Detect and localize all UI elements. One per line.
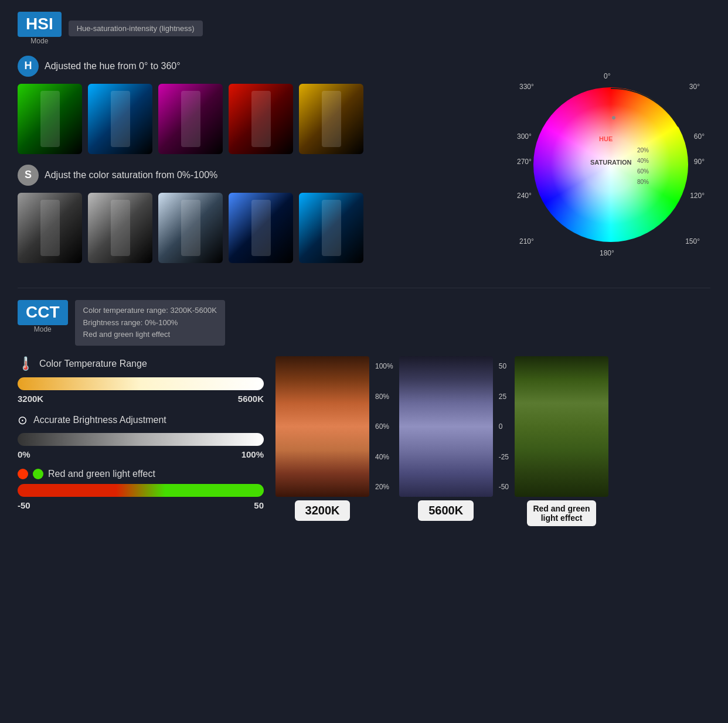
photo-col-cool: 5600K — [399, 356, 493, 521]
brightness-max: 100% — [241, 449, 264, 459]
deg-60: 60° — [694, 132, 705, 141]
swatch-cyan — [88, 84, 152, 154]
cct-left: 🌡️ Color Temperature Range 3200K 5600K ⊙… — [18, 356, 264, 526]
hsi-top: H Adjusted the hue from 0° to 360° — [18, 56, 710, 274]
swatch-magenta — [158, 84, 223, 154]
photo-col-warm: 3200K — [275, 356, 369, 521]
red-dot-icon — [18, 469, 28, 479]
swatch-green — [18, 84, 82, 154]
deg-210: 210° — [519, 237, 534, 245]
green-dot-icon — [33, 469, 43, 479]
side-25: 25 — [499, 393, 509, 401]
deg-30: 30° — [689, 83, 700, 91]
pct-60: 60% — [637, 168, 649, 175]
cct-badge-wrap: CCT Mode — [18, 300, 68, 333]
cct-content: 🌡️ Color Temperature Range 3200K 5600K ⊙… — [18, 356, 710, 526]
hue-wheel-label: HUE — [599, 135, 613, 142]
pct-100: 100% — [375, 362, 393, 370]
pct-60: 60% — [375, 422, 393, 431]
side-0: 0 — [499, 422, 509, 431]
deg-330: 330° — [519, 83, 534, 91]
photo-col-rg: Red and greenlight effect — [515, 356, 608, 526]
swatch-gray2 — [88, 193, 152, 263]
brightness-bar-labels: 0% 100% — [18, 449, 264, 459]
swatch-gray3 — [158, 193, 223, 263]
hsi-section: HSI Mode Hue-saturation-intensity (light… — [18, 12, 710, 274]
brightness-title: Accurate Brightness Adjustment — [33, 415, 166, 425]
deg-240: 240° — [517, 192, 532, 200]
rg-bar-labels: -50 50 — [18, 500, 264, 510]
swatch-blue2 — [299, 193, 363, 263]
hue-label: Adjusted the hue from 0° to 360° — [45, 61, 181, 71]
photo-label-rg: Red and greenlight effect — [527, 500, 596, 526]
pct-col: 100% 80% 60% 40% 20% — [375, 356, 393, 497]
cct-section: CCT Mode Color temperature range: 3200K-… — [18, 288, 710, 526]
swatch-gold — [299, 84, 363, 154]
pct-40: 40% — [375, 453, 393, 461]
deg-90: 90° — [694, 158, 705, 166]
side-neg50: -50 — [499, 483, 509, 491]
pct-20: 20% — [637, 147, 649, 154]
temp-title: Color Temperature Range — [39, 359, 147, 369]
pct-40: 40% — [637, 158, 649, 164]
rg-gradient-bar — [18, 484, 264, 497]
cct-info: Color temperature range: 3200K-5600K Bri… — [75, 300, 225, 346]
deg-0: 0° — [604, 72, 610, 80]
temp-min: 3200K — [18, 394, 43, 404]
hsi-left: H Adjusted the hue from 0° to 360° — [18, 56, 499, 274]
hsi-subtitle: Hue-saturation-intensity (lightness) — [69, 21, 203, 36]
cct-right: 3200K 100% 80% 60% 40% 20% 5600K 50 — [275, 356, 710, 526]
temp-max: 5600K — [238, 394, 264, 404]
hsi-header: HSI Mode Hue-saturation-intensity (light… — [18, 12, 710, 45]
hsi-badge: HSI Mode — [18, 12, 62, 45]
temp-bar-labels: 3200K 5600K — [18, 394, 264, 404]
sat-label: Adjust the color saturation from 0%-100% — [45, 170, 217, 180]
side-numbers: 50 25 0 -25 -50 — [499, 356, 509, 497]
temp-gradient-bar — [18, 377, 264, 390]
pct-80: 80% — [375, 393, 393, 401]
hsi-right: 0° 30° 60° 90° 120° 150° 180° 210° 240° … — [511, 56, 710, 274]
swatch-gray1 — [18, 193, 82, 263]
photo-warm — [275, 356, 369, 497]
photo-label-cool: 5600K — [418, 500, 474, 521]
brightness-icon: ⊙ — [18, 413, 28, 427]
hue-row: H Adjusted the hue from 0° to 360° — [18, 56, 499, 77]
temp-title-row: 🌡️ Color Temperature Range — [18, 356, 264, 371]
swatch-blue1 — [229, 193, 293, 263]
brightness-title-row: ⊙ Accurate Brightness Adjustment — [18, 413, 264, 427]
cct-info-line2: Brightness range: 0%-100% — [83, 317, 217, 329]
deg-300: 300° — [517, 132, 532, 141]
sat-row: S Adjust the color saturation from 0%-10… — [18, 165, 499, 186]
pct-20: 20% — [375, 483, 393, 491]
h-badge: H — [18, 56, 39, 77]
thermometer-icon: 🌡️ — [18, 356, 33, 371]
photo-rg — [515, 356, 608, 497]
rg-row: Red and green light effect — [18, 469, 264, 479]
cct-header: CCT Mode Color temperature range: 3200K-… — [18, 300, 710, 346]
rg-min: -50 — [18, 500, 30, 510]
brightness-min: 0% — [18, 449, 30, 459]
photo-cool — [399, 356, 493, 497]
s-badge: S — [18, 165, 39, 186]
deg-180: 180° — [600, 249, 614, 257]
rg-max: 50 — [254, 500, 264, 510]
deg-150: 150° — [685, 237, 700, 245]
cct-info-line3: Red and green light effect — [83, 329, 217, 341]
sat-swatches — [18, 193, 499, 263]
photo-label-warm: 3200K — [295, 500, 351, 521]
hue-swatches — [18, 84, 499, 154]
sat-wheel-label: SATURATION — [590, 159, 631, 166]
brightness-gradient-bar — [18, 433, 264, 446]
rg-label: Red and green light effect — [48, 469, 155, 479]
swatch-red — [229, 84, 293, 154]
side-neg25: -25 — [499, 453, 509, 461]
side-50: 50 — [499, 362, 509, 370]
pct-80: 80% — [637, 179, 649, 185]
page: HSI Mode Hue-saturation-intensity (light… — [0, 0, 728, 538]
cct-info-line1: Color temperature range: 3200K-5600K — [83, 305, 217, 317]
svg-point-0 — [612, 116, 615, 120]
color-wheel: 0° 30° 60° 90° 120° 150° 180° 210° 240° … — [517, 71, 705, 258]
deg-270: 270° — [517, 158, 532, 166]
deg-120: 120° — [690, 192, 705, 200]
